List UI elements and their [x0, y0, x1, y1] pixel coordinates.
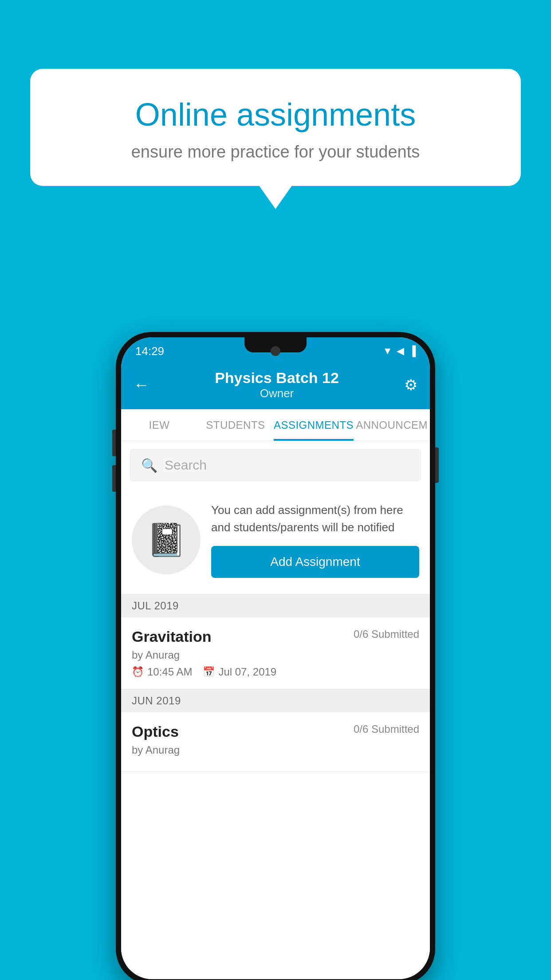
assignment-title-gravitation: Gravitation — [132, 628, 211, 645]
speech-bubble-subtitle: ensure more practice for your students — [61, 142, 490, 162]
phone-screen: 14:29 ▼ ◀ ▐ ← Physics Batch 12 Owner ⚙ I… — [121, 337, 430, 979]
assignment-by-optics: by Anurag — [132, 744, 419, 756]
search-bar[interactable]: 🔍 Search — [130, 449, 421, 481]
assignment-item-optics[interactable]: Optics 0/6 Submitted by Anurag — [121, 712, 430, 772]
speech-bubble-card: Online assignments ensure more practice … — [30, 69, 521, 186]
phone-frame: 14:29 ▼ ◀ ▐ ← Physics Batch 12 Owner ⚙ I… — [116, 332, 435, 980]
promo-text-area: You can add assignment(s) from here and … — [211, 502, 419, 578]
assignment-date-gravitation: 📅 Jul 07, 2019 — [203, 666, 276, 678]
notebook-icon: 📓 — [146, 521, 186, 559]
speech-bubble-title: Online assignments — [61, 95, 490, 134]
assignment-submitted-gravitation: 0/6 Submitted — [354, 628, 419, 640]
settings-icon[interactable]: ⚙ — [404, 376, 417, 394]
battery-icon: ▐ — [409, 345, 416, 357]
header-title: Physics Batch 12 — [215, 369, 339, 387]
assignment-top-optics: Optics 0/6 Submitted — [132, 723, 419, 740]
header-subtitle: Owner — [215, 387, 339, 400]
tab-iew[interactable]: IEW — [121, 409, 197, 441]
assignment-time-gravitation: ⏰ 10:45 AM — [132, 666, 192, 678]
tab-assignments[interactable]: ASSIGNMENTS — [274, 409, 354, 441]
calendar-icon: 📅 — [203, 666, 215, 678]
app-header: ← Physics Batch 12 Owner ⚙ — [121, 360, 430, 409]
status-time: 14:29 — [135, 344, 164, 358]
phone-camera — [271, 346, 280, 356]
tab-announcements[interactable]: ANNOUNCEM — [354, 409, 430, 441]
assignment-by-gravitation: by Anurag — [132, 649, 419, 661]
header-title-area: Physics Batch 12 Owner — [215, 369, 339, 400]
promo-icon-circle: 📓 — [132, 506, 201, 574]
power-button — [435, 447, 439, 483]
assignment-meta-gravitation: ⏰ 10:45 AM 📅 Jul 07, 2019 — [132, 666, 419, 678]
assignment-submitted-optics: 0/6 Submitted — [354, 723, 419, 735]
assignment-item-gravitation[interactable]: Gravitation 0/6 Submitted by Anurag ⏰ 10… — [121, 617, 430, 689]
status-icons: ▼ ◀ ▐ — [383, 345, 416, 357]
signal-icon: ◀ — [397, 345, 404, 357]
volume-up-button — [112, 430, 116, 456]
search-placeholder: Search — [165, 458, 207, 473]
month-separator-jun: JUN 2019 — [121, 689, 430, 712]
add-assignment-button[interactable]: Add Assignment — [211, 546, 419, 578]
promo-description: You can add assignment(s) from here and … — [211, 502, 419, 536]
search-icon: 🔍 — [141, 458, 157, 473]
tab-students[interactable]: STUDENTS — [197, 409, 274, 441]
content-area: 🔍 Search 📓 You can add assignment(s) fro… — [121, 441, 430, 979]
clock-icon: ⏰ — [132, 666, 144, 678]
volume-down-button — [112, 465, 116, 492]
tab-bar: IEW STUDENTS ASSIGNMENTS ANNOUNCEM — [121, 409, 430, 441]
wifi-icon: ▼ — [383, 345, 393, 357]
back-button[interactable]: ← — [134, 375, 150, 394]
promo-section: 📓 You can add assignment(s) from here an… — [121, 489, 430, 594]
phone-notch — [244, 337, 307, 352]
month-separator-jul: JUL 2019 — [121, 594, 430, 617]
assignment-title-optics: Optics — [132, 723, 179, 740]
assignment-top: Gravitation 0/6 Submitted — [132, 628, 419, 645]
